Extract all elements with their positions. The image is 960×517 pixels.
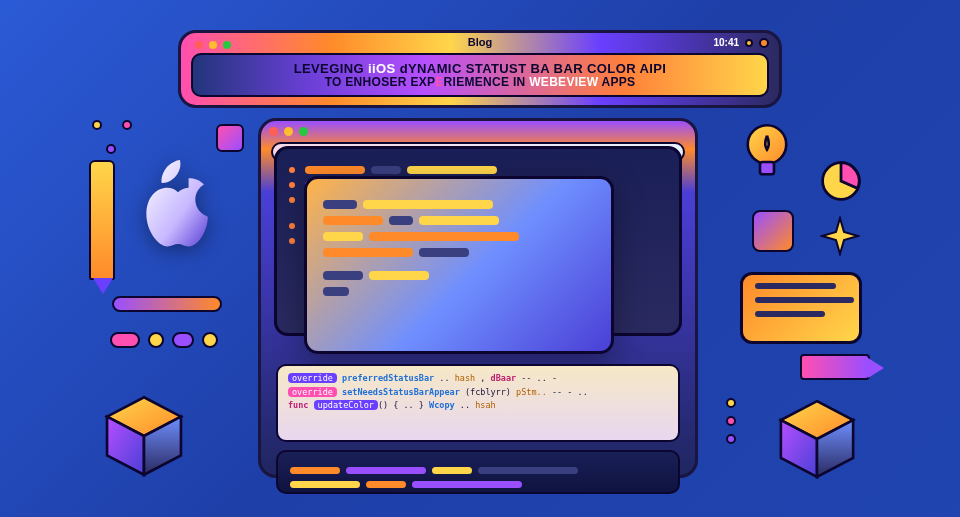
pencil-icon: [800, 354, 870, 380]
pie-chart-icon: [818, 158, 864, 208]
document-card-icon: [740, 272, 862, 344]
svg-rect-4: [760, 162, 774, 174]
headline-line-1: LEVEGING iiOS dYNAMIC STATUST BA BAR COL…: [207, 61, 753, 76]
minimize-icon[interactable]: [209, 41, 217, 49]
status-dot-icon: [759, 38, 769, 48]
editor-footer-panel: [276, 450, 680, 494]
window-traffic-lights: [261, 121, 695, 142]
capsule-bar-icon: [112, 296, 222, 312]
lightbulb-icon: [740, 120, 794, 190]
editor-window-front: [304, 176, 614, 354]
sparkle-icon: [820, 216, 860, 256]
zoom-icon[interactable]: [223, 41, 231, 49]
status-bar-right: 10:41: [713, 37, 769, 48]
window-title: Blog: [468, 36, 492, 48]
browser-window-header: Blog 10:41 LEVEGING iiOS dYNAMIC STATUST…: [178, 30, 782, 108]
code-line: func updateColor() { .. } Wcopy .. hsah: [288, 399, 668, 413]
code-line: override preferredStatusBar .. hash , dB…: [288, 372, 668, 386]
zoom-icon[interactable]: [299, 127, 308, 136]
apple-logo-icon: [126, 160, 208, 256]
dot-column-icon: [726, 398, 736, 444]
code-snippet-panel: override preferredStatusBar .. hash , dB…: [276, 364, 680, 442]
status-dot-icon: [745, 39, 753, 47]
article-title-banner: LEVEGING iiOS dYNAMIC STATUST BA BAR COL…: [191, 53, 769, 97]
square-tile-icon: [216, 124, 244, 152]
pencil-icon: [89, 160, 115, 280]
close-icon[interactable]: [195, 41, 203, 49]
square-tile-icon: [752, 210, 794, 252]
code-line: override setNeedsStatusBarAppear (fcblyr…: [288, 386, 668, 400]
headline-line-2: TO ENHOSER EXPERIEMENCE IN WEBEVIEW APPS: [207, 75, 753, 89]
dot-row-icon: [110, 332, 218, 348]
graph-nodes-icon: [92, 120, 142, 160]
cube-icon: [774, 396, 860, 482]
clock-label: 10:41: [713, 37, 739, 48]
svg-point-3: [748, 125, 787, 164]
minimize-icon[interactable]: [284, 127, 293, 136]
close-icon[interactable]: [269, 127, 278, 136]
cube-icon: [100, 392, 188, 480]
